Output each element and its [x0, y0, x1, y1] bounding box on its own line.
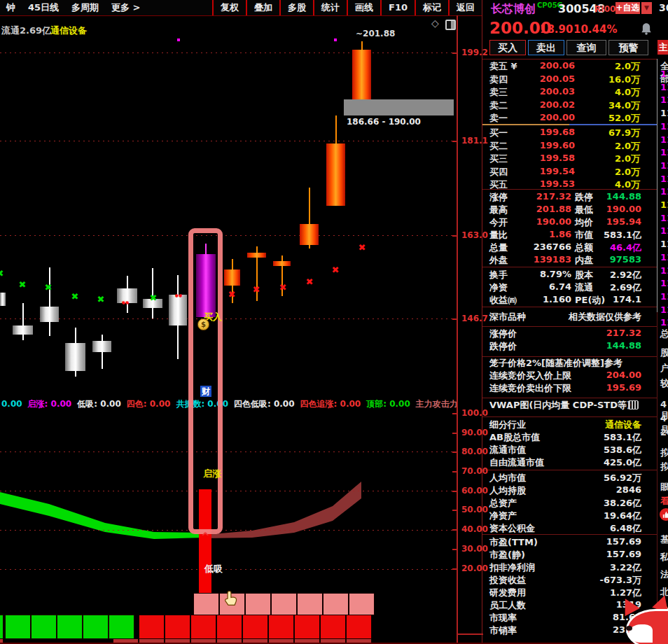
menu-item-right-1[interactable]: 叠加: [246, 0, 279, 15]
menu-item-right-0[interactable]: 复权: [212, 0, 246, 15]
level-volume: 2.0万: [615, 60, 640, 73]
trade-button-买入[interactable]: 买入: [489, 40, 526, 55]
panel-toggle-icon[interactable]: [445, 20, 456, 30]
candle-body[interactable]: [65, 343, 85, 371]
candlestick-chart-panel[interactable]: 流通2.69亿通信设备: [0, 15, 457, 398]
mini-chart-icon[interactable]: [628, 400, 639, 410]
candle-body[interactable]: [169, 295, 187, 326]
heat-cell-row2_red: [165, 615, 190, 638]
buy-level-4[interactable]: 买四199.542.0万: [482, 166, 657, 178]
stat: 1.160: [521, 294, 571, 304]
candle-body[interactable]: [247, 253, 266, 258]
candle-body[interactable]: [224, 270, 240, 286]
level-label: 卖二: [489, 99, 508, 112]
strip-label: 拟: [660, 461, 668, 473]
buy-level-1[interactable]: 买一199.6867.9万: [482, 127, 657, 139]
thumbs-up-icon[interactable]: [660, 508, 668, 521]
candle-body[interactable]: [273, 261, 291, 266]
detail-label: 扣非净利润: [489, 561, 535, 574]
detail-value: 217.32: [606, 328, 641, 338]
menu-item-right-4[interactable]: 画线: [347, 0, 380, 15]
candle-body[interactable]: [326, 144, 345, 206]
candle-body[interactable]: [352, 50, 371, 100]
menu-item-right-3[interactable]: 统计: [313, 0, 347, 15]
candle-body[interactable]: [40, 307, 59, 322]
heat-cell-row2_red: [217, 615, 242, 638]
level-label: 买五: [489, 178, 508, 191]
stat: 今开: [489, 216, 508, 229]
alert-bell-icon[interactable]: [641, 22, 652, 35]
detail-value: 3.22亿: [610, 561, 641, 574]
menu-item-1[interactable]: 45日线: [22, 0, 65, 15]
trade-button-卖出[interactable]: 卖出: [528, 40, 564, 55]
detail-value: 195.69: [606, 382, 641, 393]
menu-item-0[interactable]: 钟: [0, 0, 22, 15]
heat-cell-row2_red: [191, 615, 216, 638]
vwap-chart-link[interactable]: VWAP图(日内均量 CDP-STD等): [482, 399, 657, 412]
buy-level-2[interactable]: 买二199.602.0万: [482, 140, 657, 153]
level-label: 买一: [489, 127, 508, 139]
stat: 量比: [489, 229, 508, 241]
green-x-mark: ✖: [45, 283, 53, 292]
y-tick-label: 199.2: [461, 48, 488, 57]
detail-value: 425.0亿: [604, 456, 641, 469]
strip-label: 法: [660, 568, 668, 581]
stat: 跌停: [575, 191, 593, 204]
sell-level-1[interactable]: 卖一200.0052.0万: [482, 112, 657, 125]
sell-level-4[interactable]: 卖四200.0516.0万: [482, 74, 657, 86]
green-x-mark: ✖: [97, 295, 105, 304]
strip-tick-value: 11: [660, 121, 668, 132]
y-tick-mark-lower: [452, 510, 457, 511]
side-tab[interactable]: 主: [657, 40, 668, 55]
sector-tag[interactable]: 通信设备: [50, 24, 87, 37]
menu-item-2[interactable]: 多周期: [65, 0, 105, 15]
candle-body[interactable]: [300, 224, 319, 245]
stat: 涨停: [489, 191, 508, 204]
sell-level-5[interactable]: 卖五 ¥200.062.0万: [482, 60, 657, 73]
menu-item-3[interactable]: 更多 >: [105, 0, 146, 15]
red-x-mark: ✖: [253, 285, 260, 294]
watchlist-dropdown[interactable]: ▼: [641, 2, 652, 14]
holder-row: 总资产38.26亿: [482, 497, 657, 510]
trade-button-预警[interactable]: 预警: [608, 40, 648, 55]
candle-body[interactable]: [92, 341, 111, 352]
detail-value: 19.64亿: [604, 510, 641, 522]
level-volume: 2.0万: [615, 166, 640, 178]
stat: PE(动): [575, 294, 605, 307]
stat: 6.74: [521, 281, 571, 292]
level-price: 199.54: [523, 166, 575, 176]
fox-mascot-icon[interactable]: [613, 601, 668, 644]
menu-right: 复权叠加多股统计画线F10标记返回: [212, 0, 482, 15]
diamond-icon[interactable]: ◇: [431, 18, 439, 29]
strip-label: 眼: [660, 481, 668, 493]
menu-item-right-7[interactable]: 返回: [448, 0, 482, 15]
level-price: 200.00: [523, 112, 575, 122]
candle-body[interactable]: [0, 293, 6, 306]
buy-level-5[interactable]: 买五199.534.0万: [482, 178, 657, 191]
add-watchlist-button[interactable]: +自选: [615, 2, 640, 14]
trade-button-查询[interactable]: 查询: [566, 40, 606, 55]
y-tick-mark-lower: [452, 451, 457, 453]
hand-cursor-icon: [223, 590, 238, 607]
gridline-lower: [0, 491, 457, 491]
menu-item-right-2[interactable]: 多股: [279, 0, 313, 15]
buy-level-3[interactable]: 买三199.582.0万: [482, 153, 657, 165]
strip-label: 拟: [660, 447, 668, 459]
detail-value: -673.3万: [599, 574, 641, 587]
green-x-mark: ✖: [71, 292, 79, 301]
candle-body[interactable]: [13, 326, 33, 335]
column-divider: [657, 59, 657, 312]
heat-cell-row1: [323, 594, 348, 615]
stat: 均价: [575, 216, 593, 229]
menu-item-right-5[interactable]: F10: [380, 0, 415, 15]
menu-item-right-6[interactable]: 标记: [415, 0, 448, 15]
stat: 144.88: [606, 191, 641, 202]
caret-mark: ^: [201, 531, 210, 543]
stat: 583.1亿: [604, 229, 641, 241]
detail-label: 自由流通市值: [489, 456, 544, 469]
divider-line: [482, 59, 657, 59]
sell-level-2[interactable]: 卖二200.0234.0万: [482, 99, 657, 112]
sell-level-3[interactable]: 卖三200.034.0万: [482, 86, 657, 99]
red-x-mark: ✖: [359, 243, 366, 252]
level-price: 200.03: [523, 86, 575, 97]
